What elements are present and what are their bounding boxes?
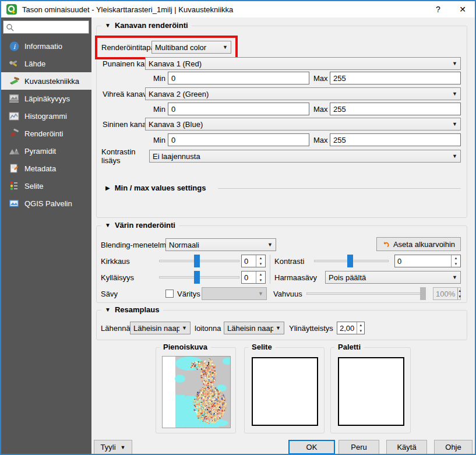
rendering-icon [7, 128, 21, 139]
sidebar-item-source[interactable]: Lähde [1, 55, 91, 72]
legend-box [252, 357, 318, 426]
minmax-settings-header[interactable]: ▶ Min / max values settings [105, 184, 206, 192]
spin-up-icon[interactable]: ▲ [256, 271, 265, 277]
sidebar-item-server[interactable]: QGIS Palvelin [1, 195, 91, 212]
contrast-slider[interactable] [314, 255, 389, 267]
green-max-input[interactable]: 255 [330, 103, 461, 115]
brightness-label: Kirkkaus [101, 257, 130, 266]
chevron-down-icon: ▼ [258, 291, 263, 297]
legend-title: Selite [248, 343, 276, 351]
chevron-down-icon: ▼ [452, 121, 457, 127]
saturation-label: Kylläisyys [101, 273, 134, 282]
colorize-label: Väritys [177, 290, 200, 298]
chevron-down-icon: ▼ [452, 61, 457, 66]
chevron-down-icon: ▼ [452, 274, 457, 280]
information-icon: i [7, 40, 21, 52]
cancel-button[interactable]: Peru [339, 440, 379, 454]
sidebar-item-transparency[interactable]: Läpinäkyvyys [1, 90, 91, 107]
chevron-down-icon: ▼ [276, 325, 281, 331]
brightness-spinbox[interactable]: 0 ▲▼ [241, 255, 266, 267]
layer-properties-dialog: Tason ominaisuudet - Yleiskarttarasteri_… [0, 0, 476, 455]
spin-down-icon[interactable]: ▼ [452, 261, 460, 267]
oversampling-spinbox[interactable]: 2,00 ▲▼ [337, 322, 365, 334]
help-button[interactable]: Ohje [434, 440, 473, 454]
render-type-select[interactable]: Multiband color ▼ [151, 41, 231, 54]
zoom-in-select[interactable]: Läheisin naapuri ▼ [130, 322, 191, 334]
zoom-in-label: Lähennä [101, 324, 131, 333]
red-band-select[interactable]: Kanava 1 (Red) ▼ [145, 57, 461, 70]
zoom-out-label: loitonna [195, 324, 221, 333]
sidebar-item-metadata[interactable]: Metadata [1, 160, 91, 177]
red-max-label: Max [313, 74, 328, 83]
chevron-down-icon: ▼ [223, 44, 228, 50]
close-button[interactable]: ✕ [450, 1, 475, 17]
sidebar-item-symbology[interactable]: Kuvaustekniikka [1, 72, 91, 90]
spin-down-icon[interactable]: ▼ [357, 328, 364, 334]
sidebar-item-pyramids[interactable]: Pyramidit [1, 142, 91, 160]
chevron-down-icon: ▼ [121, 445, 126, 450]
metadata-icon [7, 163, 21, 174]
green-max-label: Max [313, 105, 328, 114]
red-max-input[interactable]: 255 [330, 72, 461, 84]
blue-max-input[interactable]: 255 [330, 133, 461, 146]
blue-band-select[interactable]: Kanava 3 (Blue) ▼ [145, 118, 461, 130]
undo-icon [382, 241, 390, 248]
contrast-spinbox[interactable]: 0 ▲▼ [394, 255, 461, 267]
apply-button[interactable]: Käytä [386, 440, 427, 454]
color-rendering-group: ▼ Värin renderöinti Blending-menetelmä N… [96, 225, 467, 303]
resampling-title[interactable]: ▼ Resamplaus [101, 305, 163, 314]
sidebar-search-input[interactable] [3, 20, 89, 34]
sidebar-item-histogram[interactable]: Histogrammi [1, 107, 91, 125]
pyramids-icon [7, 145, 21, 157]
saturation-spinbox[interactable]: 0 ▲▼ [241, 271, 266, 284]
render-type-label: Renderöintitapa [101, 43, 155, 52]
palette-group: Paletti [330, 347, 411, 433]
thumbnail-title: Pienoiskuva [160, 343, 211, 351]
spin-up-icon[interactable]: ▲ [452, 255, 460, 261]
collapse-triangle-icon: ▼ [105, 22, 111, 29]
style-dropdown-button[interactable]: Tyyli ▼ [94, 440, 132, 454]
zoom-out-select[interactable]: Läheisin naapuri ▼ [224, 322, 284, 334]
blue-min-label: Min [153, 136, 165, 144]
source-icon [7, 58, 21, 69]
chevron-down-icon: ▼ [452, 153, 457, 159]
color-rendering-title[interactable]: ▼ Värin renderöinti [101, 221, 179, 230]
transparency-icon [7, 93, 21, 104]
band-rendering-title[interactable]: ▼ Kanavan renderöinti [101, 21, 192, 30]
title-bar: Tason ominaisuudet - Yleiskarttarasteri_… [1, 1, 475, 17]
blending-mode-select[interactable]: Normaali ▼ [165, 238, 276, 251]
minmax-header-rule [218, 188, 461, 189]
spin-down-icon: ▼ [458, 294, 461, 299]
spin-down-icon[interactable]: ▼ [256, 277, 265, 283]
sidebar-item-rendering[interactable]: Renderöinti [1, 125, 91, 142]
reset-defaults-button[interactable]: Aseta alkuarvoihin [376, 237, 461, 251]
spin-up-icon[interactable]: ▲ [357, 322, 364, 328]
sidebar-item-information[interactable]: i Informaatio [1, 37, 91, 55]
histogram-icon [7, 110, 21, 122]
row-divider [270, 255, 270, 284]
strength-spinbox: 100% ▲▼ [433, 287, 461, 300]
hue-label: Sävy [101, 290, 118, 298]
contrast-enhancement-select[interactable]: Ei laajennusta ▼ [149, 150, 461, 163]
help-titlebar-button[interactable]: ? [426, 1, 450, 17]
thumbnail-group: Pienoiskuva [156, 347, 236, 433]
oversampling-label: Ylinäytteistys [289, 324, 333, 333]
green-band-select[interactable]: Kanava 2 (Green) ▼ [145, 87, 461, 100]
sidebar-item-legend[interactable]: Selite [1, 177, 91, 195]
ok-button[interactable]: OK [288, 440, 335, 454]
grayscale-select[interactable]: Pois päältä ▼ [325, 271, 461, 284]
green-min-input[interactable]: 0 [168, 103, 309, 115]
collapse-triangle-icon: ▼ [105, 222, 111, 228]
resampling-group: ▼ Resamplaus Lähennä Läheisin naapuri ▼ … [96, 310, 467, 340]
qgis-logo-icon [6, 4, 17, 15]
brightness-slider[interactable] [159, 255, 239, 267]
red-min-input[interactable]: 0 [168, 72, 309, 84]
blue-min-input[interactable]: 0 [168, 133, 309, 146]
window-title: Tason ominaisuudet - Yleiskarttarasteri_… [22, 5, 233, 14]
strength-label: Vahvuus [273, 290, 302, 298]
spin-up-icon[interactable]: ▲ [256, 255, 265, 261]
colorize-checkbox[interactable] [165, 290, 174, 298]
spin-down-icon[interactable]: ▼ [256, 261, 265, 267]
strength-slider [306, 287, 426, 300]
saturation-slider[interactable] [159, 271, 239, 284]
